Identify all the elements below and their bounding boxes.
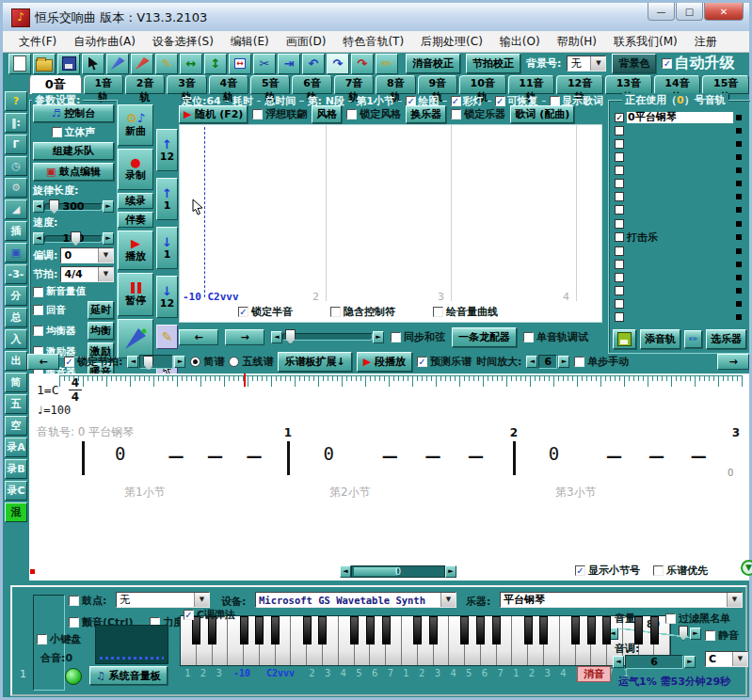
menu-item-8[interactable]: 输出(O) bbox=[491, 34, 549, 50]
track-tab-3[interactable]: 3音轨 bbox=[167, 75, 206, 94]
slider-right-arrow-icon[interactable]: ► bbox=[103, 232, 114, 245]
slider-right-arrow-icon[interactable]: ► bbox=[103, 200, 114, 213]
track-checkbox-10[interactable] bbox=[615, 247, 624, 256]
mute-checkbox[interactable] bbox=[705, 630, 715, 641]
track-square-12[interactable] bbox=[736, 275, 742, 280]
track-list-row-10[interactable] bbox=[615, 245, 744, 258]
black-key-7[interactable] bbox=[303, 616, 312, 644]
redo-button[interactable]: ↷ bbox=[327, 54, 349, 74]
track-square-10[interactable] bbox=[736, 248, 742, 254]
stereo-checkbox[interactable] bbox=[52, 127, 62, 137]
black-key-29[interactable] bbox=[650, 616, 659, 644]
redo-alt-button[interactable]: ↷ bbox=[351, 54, 374, 74]
slider-right-arrow-icon[interactable]: ► bbox=[690, 628, 701, 640]
track-tab-6[interactable]: 6音轨 bbox=[292, 75, 331, 94]
draw-volume-checkbox[interactable] bbox=[433, 307, 443, 317]
track-list-row-15[interactable] bbox=[615, 310, 744, 324]
menu-item-6[interactable]: 特色音轨(T) bbox=[334, 34, 412, 50]
black-key-18[interactable] bbox=[476, 616, 485, 644]
chevron-down-icon[interactable]: ▼ bbox=[732, 652, 747, 666]
menu-item-2[interactable]: 自动作曲(A) bbox=[65, 34, 144, 50]
segment-play-button[interactable]: ▶ 段播放 bbox=[357, 352, 412, 372]
track-checkbox-7[interactable] bbox=[615, 205, 624, 215]
strip-record-c-button[interactable]: 录C bbox=[5, 481, 27, 501]
track-square-6[interactable] bbox=[736, 194, 742, 199]
new-file-button[interactable] bbox=[8, 54, 31, 74]
black-key-25[interactable] bbox=[587, 616, 596, 644]
cone-red-tool-button[interactable] bbox=[131, 54, 153, 74]
score-priority-checkbox[interactable] bbox=[653, 565, 664, 576]
track-checkbox-6[interactable] bbox=[615, 192, 624, 201]
strip-corner-bracket-button[interactable]: Γ bbox=[5, 135, 27, 154]
strip-staff-view-button[interactable]: 五 bbox=[5, 394, 27, 414]
snap-to-bar-button[interactable]: ⇥ bbox=[278, 54, 300, 74]
track-square-2[interactable] bbox=[736, 141, 742, 147]
transpose-down-12-button[interactable]: ↓12 bbox=[156, 276, 178, 318]
menu-item-10[interactable]: 联系我们(M) bbox=[605, 34, 686, 50]
minimize-button[interactable]: — bbox=[648, 3, 675, 21]
sync-chord-checkbox[interactable] bbox=[391, 332, 401, 342]
detune-dropdown[interactable]: 0▼ bbox=[60, 247, 114, 263]
track-square-15[interactable] bbox=[736, 314, 742, 320]
add-track-button[interactable]: 添音轨 bbox=[640, 329, 680, 349]
measure-1[interactable]: 0———1第1小节 bbox=[82, 441, 287, 475]
one-stop-orchestration-button[interactable]: 一条龙配器 bbox=[452, 327, 517, 347]
key-dropdown[interactable]: C▼ bbox=[705, 651, 748, 667]
style-button[interactable]: 风格 bbox=[312, 105, 342, 123]
track-tab-0[interactable]: 0音轨 bbox=[29, 75, 82, 94]
background-color-button[interactable]: 背景色 bbox=[612, 54, 656, 73]
menu-item-11[interactable]: 注册 bbox=[686, 34, 726, 50]
track-square-5[interactable] bbox=[736, 181, 742, 186]
chevron-down-icon[interactable]: ▼ bbox=[590, 56, 605, 71]
strip-clock-button[interactable]: ◷ bbox=[5, 156, 27, 176]
track-checkbox-9[interactable] bbox=[615, 232, 624, 242]
track-checkbox-5[interactable] bbox=[615, 179, 624, 188]
hidden-controls-checkbox[interactable] bbox=[330, 307, 341, 317]
save-track-button[interactable] bbox=[613, 329, 636, 349]
black-key-10[interactable] bbox=[350, 616, 359, 644]
track-list-row-13[interactable] bbox=[615, 284, 744, 297]
chevron-down-icon[interactable]: ▼ bbox=[194, 593, 209, 607]
track-square-13[interactable] bbox=[736, 288, 742, 294]
strip-copy-button[interactable]: ▣ bbox=[5, 243, 27, 262]
change-instrument-button[interactable]: 换乐器 bbox=[406, 105, 446, 123]
track-square-8[interactable] bbox=[736, 221, 742, 227]
track-checkbox-4[interactable] bbox=[615, 166, 624, 175]
chevron-down-icon[interactable]: ▼ bbox=[98, 267, 113, 281]
track-tab-15[interactable]: 15音轨 bbox=[702, 75, 749, 94]
track-list-row-4[interactable] bbox=[615, 164, 744, 177]
c-key-checkbox[interactable] bbox=[184, 610, 194, 620]
scrollbar-left-arrow-icon[interactable]: ◄ bbox=[340, 565, 351, 578]
lyrics-button[interactable]: 歌词 (配曲) bbox=[510, 105, 574, 123]
device-dropdown[interactable]: Microsoft GS Wavetable Synth▼ bbox=[255, 592, 456, 608]
track-square-3[interactable] bbox=[736, 154, 742, 160]
play-button[interactable]: ▶ 播放 bbox=[118, 231, 153, 270]
slider-left-arrow-icon[interactable]: ◄ bbox=[33, 200, 44, 213]
record-button[interactable]: ● 录制 bbox=[118, 149, 153, 190]
track-tab-2[interactable]: 2音轨 bbox=[125, 75, 165, 94]
cut-scissors-button[interactable]: ✂ bbox=[253, 54, 276, 74]
track-square-11[interactable] bbox=[736, 262, 742, 267]
track-tab-12[interactable]: 12音轨 bbox=[556, 75, 603, 94]
black-key-8[interactable] bbox=[318, 616, 327, 644]
track-square-14[interactable] bbox=[736, 301, 742, 307]
track-list-row-6[interactable] bbox=[615, 190, 744, 203]
slider-left-arrow-icon[interactable]: ◄ bbox=[271, 331, 282, 343]
lock-semitone-checkbox[interactable] bbox=[238, 307, 248, 317]
time-zoom-spinner[interactable]: ◄ 6 ► bbox=[526, 355, 569, 369]
strip-output-button[interactable]: 出 bbox=[5, 351, 27, 371]
新音量值-checkbox[interactable] bbox=[33, 287, 43, 297]
build-band-button[interactable]: 组建乐队 bbox=[33, 142, 114, 160]
menu-item-4[interactable]: 编辑(E) bbox=[222, 34, 278, 50]
transpose-up-1-button[interactable]: ↑1 bbox=[156, 178, 178, 220]
track-checkbox-12[interactable] bbox=[615, 273, 624, 282]
drum-checkbox[interactable] bbox=[69, 596, 79, 606]
track-checkbox-2[interactable] bbox=[615, 139, 624, 149]
spinner-right-arrow-icon[interactable]: ► bbox=[684, 656, 696, 668]
black-key-4[interactable] bbox=[255, 616, 264, 644]
slider-left-arrow-icon[interactable]: ◄ bbox=[33, 232, 44, 245]
pause-button[interactable]: 暂停 bbox=[118, 273, 153, 316]
track-square-9[interactable] bbox=[736, 234, 742, 240]
slider-thumb[interactable] bbox=[285, 329, 296, 344]
pencil-tool-button[interactable]: ✎ bbox=[155, 54, 178, 74]
